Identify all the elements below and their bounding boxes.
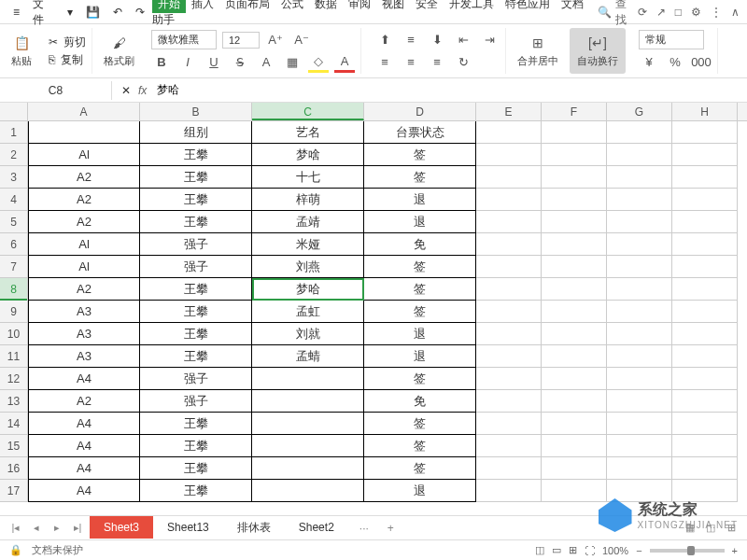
row-header-5[interactable]: 5 <box>0 211 27 233</box>
cell-B12[interactable]: 强子 <box>140 368 252 390</box>
cell-G4[interactable] <box>607 189 672 211</box>
zoom-out-button[interactable]: − <box>636 545 641 556</box>
row-header-7[interactable]: 7 <box>0 256 27 278</box>
cell-G1[interactable] <box>607 121 672 144</box>
zoom-slider[interactable] <box>650 549 725 553</box>
row-header-11[interactable]: 11 <box>0 345 27 368</box>
col-header-A[interactable]: A <box>28 103 140 120</box>
font-name-select[interactable]: 微软雅黑 <box>151 30 217 49</box>
row-header-6[interactable]: 6 <box>0 233 27 256</box>
cell-F3[interactable] <box>542 166 607 189</box>
copy-button[interactable]: ⎘复制 <box>49 52 86 68</box>
increase-font-button[interactable]: A⁺ <box>265 30 286 50</box>
cell-D15[interactable]: 签 <box>364 435 476 457</box>
cell-B13[interactable]: 强子 <box>140 390 252 413</box>
cell-A4[interactable]: A2 <box>28 189 140 211</box>
cell-D5[interactable]: 退 <box>364 211 476 233</box>
col-header-G[interactable]: G <box>607 103 672 120</box>
wrap-text-button[interactable]: [↵] 自动换行 <box>570 28 626 74</box>
paste-group[interactable]: 📋 粘贴 <box>7 34 35 68</box>
cell-E5[interactable] <box>476 211 542 233</box>
reading-icon[interactable]: ▭ <box>552 544 561 556</box>
number-format-select[interactable]: 常规 <box>639 30 704 49</box>
cell-B6[interactable]: 强子 <box>140 233 252 256</box>
select-all-corner[interactable] <box>0 103 28 121</box>
align-middle-button[interactable]: ≡ <box>401 30 421 50</box>
cell-B1[interactable]: 组别 <box>140 121 252 144</box>
format-painter-button[interactable]: 🖌 格式刷 <box>100 34 138 68</box>
cell-A16[interactable]: A4 <box>28 457 140 480</box>
strikethrough-button[interactable]: S̶ <box>230 52 250 73</box>
cell-F13[interactable] <box>542 390 607 413</box>
cell-G5[interactable] <box>607 211 672 233</box>
font-size-select[interactable]: 12 <box>222 32 260 49</box>
cell-H13[interactable] <box>672 390 738 413</box>
cell-H2[interactable] <box>672 144 738 166</box>
cell-F4[interactable] <box>542 189 607 211</box>
last-sheet-button[interactable]: ▸| <box>69 520 86 537</box>
spreadsheet-grid[interactable]: ABCDEFGH 1234567891011121314151617 组别艺名台… <box>0 103 747 504</box>
cell-B11[interactable]: 王攀 <box>140 345 252 368</box>
cell-H6[interactable] <box>672 233 738 256</box>
formula-input[interactable] <box>154 81 738 100</box>
sheet-tab-0[interactable]: Sheet3 <box>90 516 153 539</box>
cell-C17[interactable] <box>252 480 364 502</box>
row-header-4[interactable]: 4 <box>0 189 27 211</box>
cell-G7[interactable] <box>607 256 672 278</box>
currency-button[interactable]: ¥ <box>639 51 659 72</box>
cell-A10[interactable]: A3 <box>28 323 140 345</box>
ribbon-tab-3[interactable]: 公式 <box>275 0 309 13</box>
save-icon[interactable]: 💾 <box>80 3 106 21</box>
cell-H12[interactable] <box>672 368 738 390</box>
cell-D10[interactable]: 退 <box>364 323 476 345</box>
cell-A13[interactable]: A2 <box>28 390 140 413</box>
cell-G6[interactable] <box>607 233 672 256</box>
cell-F11[interactable] <box>542 345 607 368</box>
cell-E3[interactable] <box>476 166 542 189</box>
fill-color-button[interactable]: ◇ <box>308 52 329 73</box>
ribbon-tab-7[interactable]: 安全 <box>410 0 444 13</box>
share-icon[interactable]: ↗ <box>656 6 666 19</box>
cell-E9[interactable] <box>476 301 542 323</box>
window-icon[interactable]: □ <box>675 6 682 19</box>
fx-cancel-icon[interactable]: ✕ <box>121 84 131 97</box>
cell-A7[interactable]: Al <box>28 256 140 278</box>
cell-A11[interactable]: A3 <box>28 345 140 368</box>
row-header-13[interactable]: 13 <box>0 390 27 413</box>
ribbon-tab-9[interactable]: 特色应用 <box>500 0 556 13</box>
row-header-1[interactable]: 1 <box>0 121 27 144</box>
cell-E8[interactable] <box>476 278 542 301</box>
zoom-in-button[interactable]: + <box>732 545 738 556</box>
add-sheet-button[interactable]: ··· <box>352 518 376 539</box>
cell-C1[interactable]: 艺名 <box>252 121 364 144</box>
cell-G8[interactable] <box>607 278 672 301</box>
cell-A1[interactable] <box>28 121 140 144</box>
cell-B9[interactable]: 王攀 <box>140 301 252 323</box>
cell-A15[interactable]: A4 <box>28 435 140 457</box>
col-header-H[interactable]: H <box>672 103 738 120</box>
cell-D14[interactable]: 签 <box>364 413 476 435</box>
cell-B5[interactable]: 王攀 <box>140 211 252 233</box>
cell-B10[interactable]: 王攀 <box>140 323 252 345</box>
cell-E14[interactable] <box>476 413 542 435</box>
cell-G2[interactable] <box>607 144 672 166</box>
cell-C9[interactable]: 孟虹 <box>252 301 364 323</box>
bold-button[interactable]: B <box>151 52 172 73</box>
sync-icon[interactable]: ⟳ <box>638 6 647 19</box>
ribbon-tab-2[interactable]: 页面布局 <box>219 0 275 13</box>
col-header-F[interactable]: F <box>542 103 607 120</box>
cell-G11[interactable] <box>607 345 672 368</box>
cell-C4[interactable]: 梓萌 <box>252 189 364 211</box>
cell-H8[interactable] <box>672 278 738 301</box>
cell-F10[interactable] <box>542 323 607 345</box>
cell-D1[interactable]: 台票状态 <box>364 121 476 144</box>
cell-B16[interactable]: 王攀 <box>140 457 252 480</box>
cell-E4[interactable] <box>476 189 542 211</box>
row-header-16[interactable]: 16 <box>0 457 27 480</box>
cell-C2[interactable]: 梦啥 <box>252 144 364 166</box>
cell-F7[interactable] <box>542 256 607 278</box>
cell-B3[interactable]: 王攀 <box>140 166 252 189</box>
cell-E11[interactable] <box>476 345 542 368</box>
layout-icon[interactable]: ◫ <box>535 544 544 556</box>
decrease-font-button[interactable]: A⁻ <box>291 30 312 50</box>
